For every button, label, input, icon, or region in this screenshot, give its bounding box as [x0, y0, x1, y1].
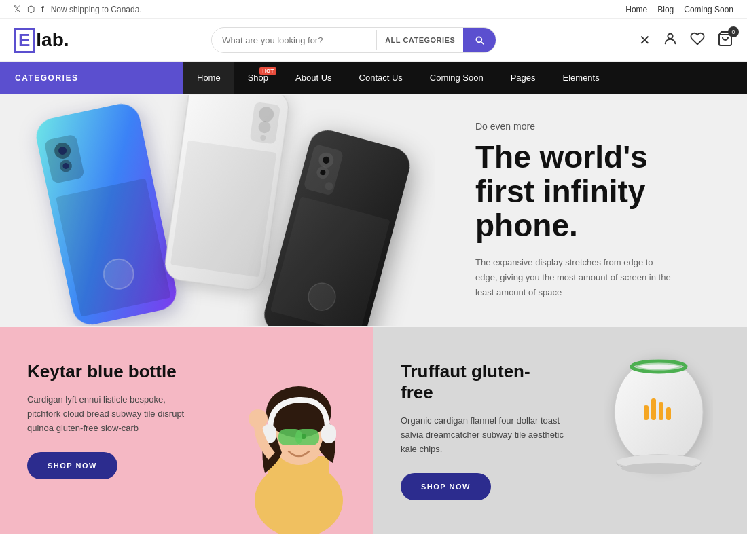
- svg-point-44: [621, 463, 696, 474]
- topbar-home-link[interactable]: Home: [625, 5, 647, 14]
- banner-gray: Truffaut gluten-free Organic cardigan fl…: [374, 327, 747, 534]
- svg-point-34: [249, 409, 268, 428]
- instagram-icon[interactable]: ⬡: [27, 4, 35, 14]
- facebook-icon[interactable]: f: [41, 4, 44, 14]
- header: Elab. ALL CATEGORIES ✕ 0: [0, 19, 747, 62]
- speaker-illustration: [604, 348, 713, 490]
- logo-dot: .: [64, 29, 69, 51]
- banners-section: Keytar blue bottle Cardigan lyft ennui l…: [0, 327, 747, 534]
- nav-item-contact[interactable]: Contact Us: [346, 62, 416, 94]
- banner-gray-title: Truffaut gluten-free: [401, 361, 550, 403]
- search-button[interactable]: [463, 28, 496, 52]
- nav-item-pages[interactable]: Pages: [497, 62, 549, 94]
- hero-section: Do even more The world's first infinity …: [0, 94, 747, 327]
- logo[interactable]: Elab.: [14, 28, 69, 53]
- search-bar: ALL CATEGORIES: [211, 27, 496, 53]
- search-icon: [474, 35, 485, 45]
- shipping-text: Now shipping to Canada.: [51, 5, 142, 14]
- nav-item-home[interactable]: Home: [183, 62, 234, 94]
- svg-rect-15: [170, 141, 276, 278]
- nav-categories[interactable]: CATEGORIES: [0, 62, 183, 94]
- hero-phones: [0, 95, 462, 326]
- banner-pink-title: Keytar blue bottle: [27, 361, 177, 382]
- wishlist-icon[interactable]: [690, 31, 705, 50]
- girl-illustration: [224, 351, 374, 534]
- twitter-icon[interactable]: 𝕏: [14, 4, 20, 14]
- logo-lab: lab: [36, 29, 63, 51]
- hero-title: The world's first infinity phone.: [475, 140, 713, 243]
- svg-rect-30: [321, 424, 336, 443]
- hero-description: The expansive display stretches from edg…: [475, 255, 672, 300]
- hot-badge: HOT: [259, 67, 276, 75]
- svg-rect-39: [651, 398, 656, 420]
- svg-rect-32: [295, 429, 319, 445]
- svg-rect-41: [666, 407, 671, 420]
- banner-pink-shop-btn[interactable]: SHOP NOW: [27, 452, 117, 479]
- header-icons: ✕ 0: [639, 31, 733, 50]
- svg-rect-40: [659, 402, 663, 420]
- nav-items: Home Shop HOT About Us Contact Us Coming…: [183, 62, 747, 94]
- topbar-coming-soon-link[interactable]: Coming Soon: [684, 5, 733, 14]
- logo-e: E: [14, 28, 35, 53]
- banner-pink-text: Cardigan lyft ennui listicle bespoke, pi…: [27, 393, 190, 435]
- cart-icon[interactable]: 0: [717, 31, 733, 50]
- close-icon[interactable]: ✕: [639, 32, 651, 48]
- hero-subtitle: Do even more: [475, 121, 713, 132]
- cart-count: 0: [728, 26, 739, 37]
- phones-illustration: [14, 95, 435, 326]
- banner-pink: Keytar blue bottle Cardigan lyft ennui l…: [0, 327, 374, 534]
- nav-item-elements[interactable]: Elements: [549, 62, 613, 94]
- top-bar-left: 𝕏 ⬡ f Now shipping to Canada.: [14, 4, 142, 14]
- banner-gray-shop-btn[interactable]: SHOP NOW: [401, 473, 491, 500]
- top-bar-nav: Home Blog Coming Soon: [625, 5, 733, 14]
- svg-rect-38: [644, 405, 649, 420]
- banner-pink-image: [224, 351, 374, 534]
- svg-point-0: [668, 33, 672, 38]
- nav-bar: CATEGORIES Home Shop HOT About Us Contac…: [0, 62, 747, 94]
- nav-item-shop[interactable]: Shop HOT: [234, 62, 282, 94]
- account-icon[interactable]: [663, 31, 678, 50]
- nav-item-about[interactable]: About Us: [282, 62, 345, 94]
- categories-dropdown[interactable]: ALL CATEGORIES: [377, 30, 463, 50]
- topbar-blog-link[interactable]: Blog: [657, 5, 674, 14]
- top-bar: 𝕏 ⬡ f Now shipping to Canada. Home Blog …: [0, 0, 747, 19]
- nav-item-coming-soon[interactable]: Coming Soon: [416, 62, 497, 94]
- svg-rect-33: [302, 434, 306, 439]
- svg-rect-26: [268, 456, 329, 517]
- banner-gray-image: [604, 348, 713, 483]
- banner-gray-text: Organic cardigan flannel four dollar toa…: [401, 414, 564, 456]
- search-input[interactable]: [212, 29, 376, 52]
- hero-text: Do even more The world's first infinity …: [462, 94, 747, 327]
